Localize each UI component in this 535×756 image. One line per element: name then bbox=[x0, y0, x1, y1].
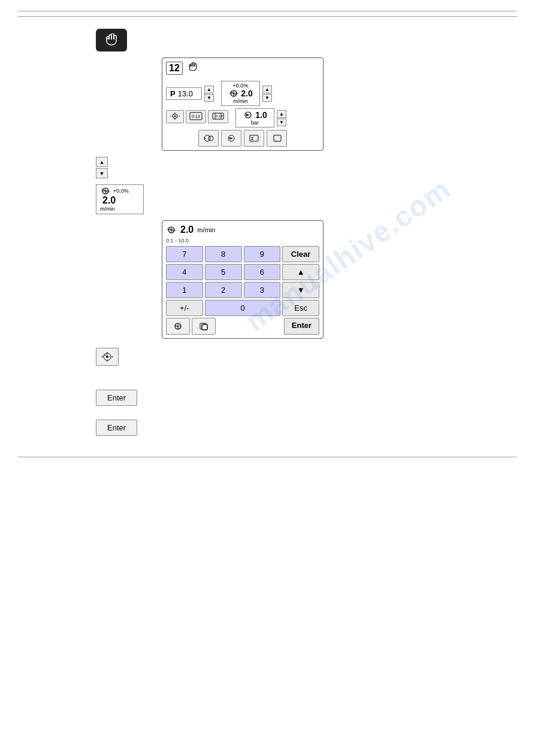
panel-header: 12 bbox=[166, 62, 319, 77]
display-icon-btn[interactable]: 0:13 bbox=[186, 110, 206, 123]
p-label: P bbox=[170, 89, 176, 98]
bottom-line bbox=[18, 457, 517, 457]
keypad-down-arrow[interactable]: ▼ bbox=[282, 282, 319, 298]
keypad-range: 0.1 - 10.0 bbox=[166, 238, 319, 244]
wire-ind-unit: m/min bbox=[100, 206, 115, 212]
standalone-down-arrow[interactable]: ▼ bbox=[96, 168, 108, 178]
svg-point-37 bbox=[106, 356, 108, 358]
wire-speed-pct: +0.0% bbox=[233, 83, 249, 89]
keypad-wire-icon[interactable] bbox=[166, 318, 190, 335]
burn-back-up[interactable]: ▲ bbox=[277, 110, 286, 118]
keypad-unit: m/min bbox=[197, 226, 215, 233]
keypad-bottom-row: Enter bbox=[166, 318, 319, 335]
second-line bbox=[18, 16, 517, 17]
svg-rect-34 bbox=[202, 324, 207, 330]
keypad-val: 2.0 bbox=[180, 224, 194, 235]
svg-text:0:13: 0:13 bbox=[216, 114, 223, 118]
key-3[interactable]: 3 bbox=[244, 282, 281, 298]
bottom-btn-3[interactable]: Z bbox=[244, 130, 264, 147]
hand-icon bbox=[104, 34, 119, 47]
main-panel: 12 P 13.0 ▲ ▼ +0.0% bbox=[162, 57, 324, 151]
burn-back-arrows: ▲ ▼ bbox=[277, 110, 286, 126]
keypad-icon bbox=[166, 226, 177, 234]
content-area: manualhive.com 12 P bbox=[18, 29, 517, 445]
panel-hand-icon bbox=[188, 62, 198, 74]
wire-indicator: +0.0% 2.0 m/min bbox=[96, 184, 144, 214]
key-4[interactable]: 4 bbox=[166, 264, 203, 280]
keypad-copy-svg bbox=[198, 322, 209, 330]
burn-back-val: 1.0 bbox=[255, 110, 267, 120]
burn-back-icon bbox=[243, 111, 253, 119]
p-down-arrow[interactable]: ▼ bbox=[204, 94, 214, 102]
burn-back-box: 1.0 bar bbox=[235, 108, 274, 127]
p-up-arrow[interactable]: ▲ bbox=[204, 86, 214, 93]
bottom-btn-2[interactable] bbox=[221, 130, 241, 147]
key-8[interactable]: 8 bbox=[205, 246, 242, 262]
standalone-up-arrow[interactable]: ▲ bbox=[96, 157, 108, 167]
bottom-icon-1 bbox=[202, 133, 214, 143]
wire-speed-unit: m/min bbox=[233, 98, 248, 104]
wire-speed-down[interactable]: ▼ bbox=[262, 94, 272, 102]
enter-button-2[interactable]: Enter bbox=[96, 420, 137, 436]
memory-icon-btn[interactable]: 0:13 bbox=[208, 110, 228, 123]
display-icon: 0:13 bbox=[189, 112, 202, 120]
key-6[interactable]: 6 bbox=[244, 264, 281, 280]
key-0[interactable]: 0 bbox=[205, 300, 281, 316]
memory-icon: 0:13 bbox=[211, 112, 225, 120]
panel-number: 12 bbox=[166, 62, 183, 75]
svg-rect-22 bbox=[274, 135, 281, 141]
clear-button[interactable]: Clear bbox=[282, 246, 319, 262]
top-line bbox=[18, 11, 517, 11]
key-2[interactable]: 2 bbox=[205, 282, 242, 298]
svg-point-17 bbox=[208, 136, 213, 141]
enter-button-1[interactable]: Enter bbox=[96, 390, 137, 406]
panel-hand-svg bbox=[188, 62, 198, 72]
burn-back-down[interactable]: ▼ bbox=[277, 119, 286, 126]
small-icon-button[interactable] bbox=[96, 348, 119, 366]
keypad-header: 2.0 m/min bbox=[166, 224, 319, 235]
p-row: P 13.0 ▲ ▼ +0.0% 2.0 bbox=[166, 81, 319, 106]
p-box: P 13.0 bbox=[166, 87, 202, 100]
wire-speed-icon bbox=[228, 89, 239, 98]
keypad-panel: 2.0 m/min 0.1 - 10.0 7 8 9 Clear 4 5 6 ▲… bbox=[162, 220, 324, 339]
small-icon-svg bbox=[101, 351, 114, 362]
key-plus-minus[interactable]: +/- bbox=[166, 300, 203, 316]
keypad-wire-svg bbox=[173, 322, 183, 330]
settings-icon-btn[interactable] bbox=[166, 110, 184, 123]
bottom-btn-4[interactable] bbox=[267, 130, 287, 147]
standalone-arrows: ▲ ▼ bbox=[96, 157, 517, 178]
p-value: 13.0 bbox=[178, 89, 193, 98]
esc-button[interactable]: Esc bbox=[282, 300, 319, 316]
wire-ind-top: +0.0% bbox=[100, 187, 129, 195]
wire-speed-arrows: ▲ ▼ bbox=[262, 86, 272, 102]
settings-icon bbox=[170, 112, 180, 120]
burn-back-label: bar bbox=[251, 120, 259, 126]
keypad-up-arrow[interactable]: ▲ bbox=[282, 264, 319, 280]
keypad-enter-button[interactable]: Enter bbox=[284, 318, 319, 335]
wire-speed-box: +0.0% 2.0 m/min bbox=[221, 81, 260, 106]
p-arrows: ▲ ▼ bbox=[204, 86, 214, 102]
bottom-icon-3: Z bbox=[248, 133, 260, 143]
bottom-icon-4 bbox=[271, 133, 283, 143]
wire-ind-val: 2.0 bbox=[102, 195, 116, 206]
bottom-icon-2 bbox=[225, 133, 237, 143]
svg-text:Z: Z bbox=[251, 136, 254, 141]
key-5[interactable]: 5 bbox=[205, 264, 242, 280]
svg-text:0:13: 0:13 bbox=[192, 114, 200, 119]
wire-ind-icon bbox=[100, 187, 111, 195]
wire-ind-pct: +0.0% bbox=[113, 188, 129, 194]
icon-btn-group: 0:13 0:13 bbox=[166, 110, 228, 123]
keypad-copy-icon[interactable] bbox=[192, 318, 216, 335]
bottom-btn-1[interactable] bbox=[198, 130, 219, 147]
key-9[interactable]: 9 bbox=[244, 246, 281, 262]
key-7[interactable]: 7 bbox=[166, 246, 203, 262]
wire-speed-val: 2.0 bbox=[241, 89, 252, 98]
keypad-grid: 7 8 9 Clear 4 5 6 ▲ 1 2 3 ▼ +/- 0 Esc bbox=[166, 246, 319, 316]
hand-button[interactable] bbox=[96, 29, 127, 51]
svg-point-4 bbox=[174, 116, 176, 117]
bottom-btn-row: Z bbox=[166, 130, 319, 147]
wire-speed-up[interactable]: ▲ bbox=[262, 86, 272, 93]
sub-row: 0:13 0:13 bbox=[166, 108, 319, 127]
key-1[interactable]: 1 bbox=[166, 282, 203, 298]
